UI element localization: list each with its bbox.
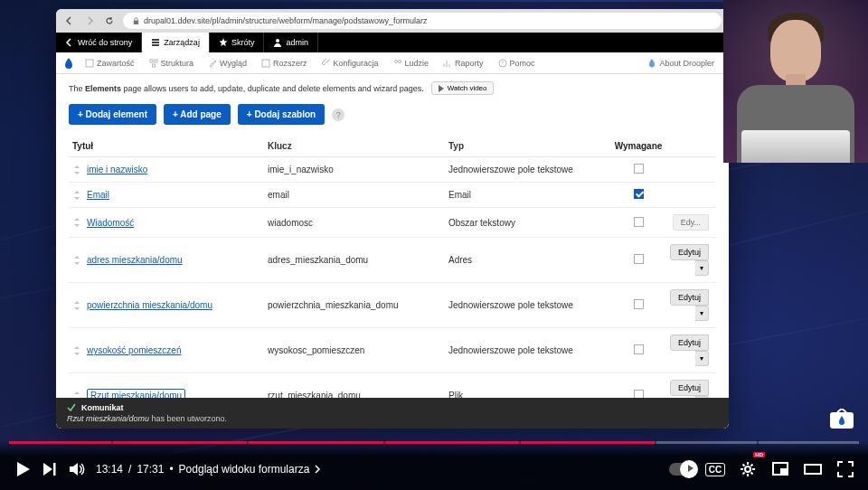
chart-icon <box>443 59 452 68</box>
tool-structure[interactable]: Struktura <box>142 52 202 73</box>
miniplayer-button[interactable] <box>767 456 794 483</box>
autoplay-toggle[interactable] <box>669 456 696 483</box>
tool-appearance[interactable]: Wygląd <box>201 52 254 73</box>
structure-icon <box>149 59 158 68</box>
lock-icon <box>132 17 140 25</box>
wrench-icon <box>321 59 330 68</box>
file-icon <box>85 59 94 68</box>
table-row: wysokość pomieszczeńwysokosc_pomieszczen… <box>69 328 716 373</box>
drag-handle-icon[interactable] <box>72 218 81 227</box>
edit-button[interactable]: Edytuj <box>670 289 709 306</box>
edit-dropdown[interactable]: ▾ <box>695 306 709 321</box>
svg-rect-6 <box>262 60 269 67</box>
required-checkbox[interactable] <box>634 344 644 354</box>
edit-dropdown[interactable]: ▾ <box>695 351 709 366</box>
tool-about-droopler[interactable]: About Droopler <box>640 52 722 73</box>
check-icon <box>67 403 76 412</box>
tool-people[interactable]: Ludzie <box>386 52 437 73</box>
add-element-button[interactable]: + Dodaj element <box>69 104 156 125</box>
edit-button[interactable]: Edy... <box>673 214 709 231</box>
drag-handle-icon[interactable] <box>72 346 81 355</box>
browser-chrome: drupal01.ddev.site/pl/admin/structure/we… <box>56 9 729 33</box>
watch-video-button[interactable]: Watch video <box>431 81 494 95</box>
add-template-button[interactable]: + Dodaj szablon <box>238 104 325 125</box>
element-link[interactable]: Email <box>87 190 109 200</box>
drupal-logo-icon <box>63 58 74 69</box>
edit-dropdown[interactable]: ▾ <box>695 260 709 276</box>
drag-handle-icon[interactable] <box>72 191 81 200</box>
play-button[interactable] <box>9 456 36 483</box>
table-row: adres mieszkania/domuadres_mieszkania_do… <box>69 238 716 283</box>
element-link[interactable]: adres mieszkania/domu <box>87 255 183 265</box>
admin-back-to-site[interactable]: Wróć do strony <box>56 33 142 52</box>
add-page-button[interactable]: + Add page <box>164 104 231 125</box>
tool-reports[interactable]: Raporty <box>436 52 491 73</box>
next-button[interactable] <box>36 456 63 483</box>
required-checkbox[interactable] <box>634 254 644 264</box>
edit-button[interactable]: Edytuj <box>670 244 709 260</box>
admin-user[interactable]: admin <box>264 33 318 52</box>
element-link[interactable]: Wiadomość <box>87 218 134 228</box>
tool-config[interactable]: Konfiguracja <box>314 52 385 73</box>
svg-rect-5 <box>152 64 155 67</box>
edit-button[interactable]: Edytuj <box>670 380 709 396</box>
secondary-toolbar: Zawartość Struktura Wygląd Rozszerz Konf… <box>56 52 729 74</box>
svg-rect-4 <box>155 60 157 62</box>
droopler-icon <box>647 59 656 68</box>
required-checkbox[interactable] <box>634 299 644 309</box>
presenter-webcam <box>723 0 868 163</box>
svg-rect-0 <box>134 20 138 24</box>
channel-tv-icon[interactable] <box>828 409 855 432</box>
table-row: EmailemailEmail <box>69 183 716 208</box>
url-bar[interactable]: drupal01.ddev.site/pl/admin/structure/we… <box>123 13 722 29</box>
help-tooltip-icon[interactable]: ? <box>332 108 344 121</box>
svg-rect-3 <box>150 60 153 62</box>
required-checkbox[interactable] <box>634 217 644 227</box>
play-icon <box>438 85 445 92</box>
element-link[interactable]: wysokość pomieszczeń <box>87 345 181 355</box>
people-icon <box>393 59 402 68</box>
svg-point-8 <box>398 60 401 62</box>
admin-manage[interactable]: Zarządzaj <box>142 33 210 52</box>
element-link[interactable]: powierzchnia mieszkania/domu <box>87 300 212 310</box>
svg-rect-2 <box>86 60 93 67</box>
status-message: Komunikat Rzut mieszkania/domu has been … <box>56 398 729 429</box>
gear-icon <box>739 460 757 478</box>
tool-help[interactable]: ?Pomoc <box>491 52 542 73</box>
reload-button[interactable] <box>103 14 116 27</box>
volume-button[interactable] <box>63 456 90 483</box>
star-icon <box>219 38 228 47</box>
chevron-left-icon <box>65 38 74 47</box>
drag-handle-icon[interactable] <box>72 165 81 174</box>
edit-button[interactable]: Edytuj <box>670 335 709 351</box>
drag-handle-icon[interactable] <box>72 256 81 265</box>
url-text: drupal01.ddev.site/pl/admin/structure/we… <box>144 16 428 25</box>
table-header: Tytuł Klucz Typ Wymagane <box>69 136 716 157</box>
element-link[interactable]: imie i nazwisko <box>87 165 147 174</box>
fullscreen-button[interactable] <box>832 456 859 483</box>
drag-handle-icon[interactable] <box>72 301 81 310</box>
required-checkbox[interactable] <box>634 164 644 174</box>
video-controls: 13:14 / 17:31 • Podgląd widoku formularz… <box>0 441 868 490</box>
forward-button[interactable] <box>83 14 96 27</box>
tool-content[interactable]: Zawartość <box>78 52 142 73</box>
theater-button[interactable] <box>799 456 826 483</box>
browser-window: drupal01.ddev.site/pl/admin/structure/we… <box>56 9 729 429</box>
menu-icon <box>151 38 160 47</box>
brush-icon <box>208 59 217 68</box>
cc-button[interactable]: CC <box>702 456 729 483</box>
hd-badge: HD <box>753 452 765 457</box>
svg-rect-12 <box>53 463 56 476</box>
svg-point-13 <box>745 466 750 472</box>
chapter-link[interactable]: Podgląd widoku formularza <box>179 463 323 476</box>
help-icon: ? <box>498 59 507 68</box>
puzzle-icon <box>261 59 270 68</box>
back-button[interactable] <box>63 14 76 27</box>
svg-point-7 <box>394 60 397 62</box>
settings-button[interactable]: HD <box>734 456 761 483</box>
svg-text:?: ? <box>501 61 505 66</box>
admin-shortcuts[interactable]: Skróty <box>210 33 265 52</box>
table-row: powierzchnia mieszkania/domupowierzchnia… <box>69 283 716 328</box>
tool-extend[interactable]: Rozszerz <box>254 52 315 73</box>
required-checkbox[interactable] <box>634 189 644 199</box>
